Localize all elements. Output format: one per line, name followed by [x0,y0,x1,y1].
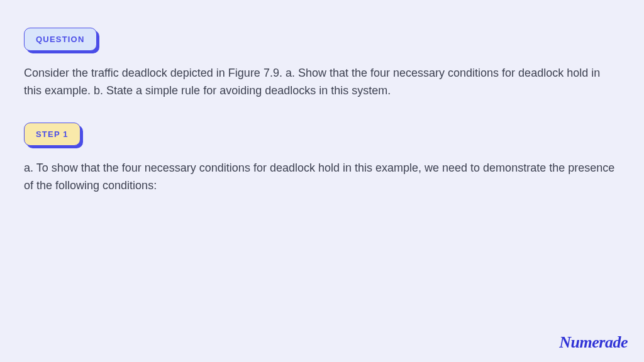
question-badge-label: QUESTION [24,28,97,51]
question-text: Consider the traffic deadlock depicted i… [24,65,620,100]
step-text: a. To show that the four necessary condi… [24,160,620,195]
step-badge-label: STEP 1 [24,123,80,146]
content-area: QUESTION Consider the traffic deadlock d… [0,0,644,195]
step-badge: STEP 1 [24,123,80,146]
brand-logo: Numerade [559,333,628,352]
question-badge: QUESTION [24,28,97,51]
